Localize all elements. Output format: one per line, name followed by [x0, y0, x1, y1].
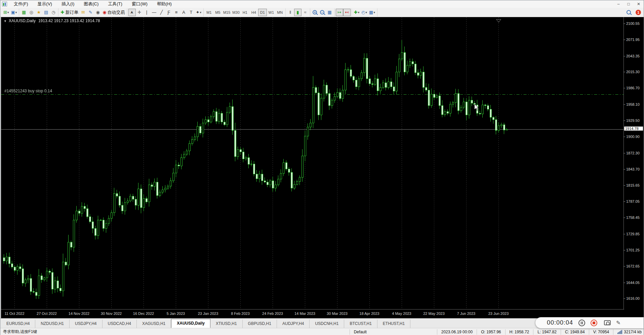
- market-watch-button[interactable]: ▦: [20, 9, 28, 16]
- cursor-tool-button[interactable]: ➤: [128, 9, 136, 16]
- connection-status[interactable]: 3217/4 kb: [613, 329, 644, 335]
- periods-icon: ◴: [361, 10, 365, 15]
- tab-xauusd-daily[interactable]: XAUUSD,Daily: [171, 319, 210, 328]
- tab-btcust-h1[interactable]: BTCUST,H1: [344, 320, 377, 328]
- search-button[interactable]: [625, 9, 632, 16]
- stop-recording-button[interactable]: [591, 320, 597, 326]
- tile-windows-button[interactable]: ▦: [326, 9, 333, 16]
- autotrading-button[interactable]: ◉自动交易: [102, 9, 126, 16]
- zoom-out-button[interactable]: −: [319, 9, 326, 16]
- timeframe-w1[interactable]: W1: [267, 9, 276, 16]
- date-axis-label: 24 Feb 2023: [262, 312, 283, 316]
- timeframe-m1[interactable]: M1: [205, 9, 213, 16]
- fibonacci-button[interactable]: Ƒ: [165, 9, 173, 16]
- timeframe-mn[interactable]: MN: [276, 9, 284, 16]
- menu-f[interactable]: 文件(F): [9, 0, 33, 8]
- new-chart-button[interactable]: ⊞▾: [2, 9, 10, 16]
- price-axis-label: 1958.10: [626, 102, 640, 106]
- screen-recorder-overlay: 00:00:04 ✎: [535, 317, 644, 328]
- timeframe-d1[interactable]: D1: [258, 9, 267, 16]
- new-order-button[interactable]: ✚新订单: [59, 9, 79, 16]
- auto-scroll-icon: ↦: [337, 10, 341, 15]
- template-name[interactable]: Default: [350, 329, 437, 335]
- restore-button[interactable]: □: [623, 1, 634, 8]
- date-axis-label: 23 Jan 2023: [198, 312, 218, 316]
- tab-ethust-h1[interactable]: ETHUST,H1: [377, 320, 410, 328]
- annotate-pencil-icon[interactable]: ✎: [616, 320, 620, 326]
- periods-button[interactable]: ◴▾: [360, 9, 368, 16]
- timeframe-m30[interactable]: M30: [231, 9, 240, 16]
- timeframe-m5[interactable]: M5: [213, 9, 222, 16]
- navigator-button[interactable]: ★: [35, 9, 42, 16]
- timeframe-h4[interactable]: H4: [249, 9, 258, 16]
- channels-button[interactable]: ≡: [173, 9, 180, 16]
- price-axis-label: 1672.65: [626, 264, 640, 268]
- tab-xagusd-h1[interactable]: XAGUSD,H1: [137, 320, 171, 328]
- menu-c[interactable]: 图表(C): [79, 0, 103, 8]
- templates-button[interactable]: ▩▾: [368, 9, 376, 16]
- timeframe-m15[interactable]: M15: [222, 9, 231, 16]
- menu-w[interactable]: 窗口(W): [127, 0, 152, 8]
- menu-t[interactable]: 工具(T): [103, 0, 127, 8]
- date-axis-label: 7 Jun 2023: [457, 312, 475, 316]
- price-axis[interactable]: 1914.78 2100.552071.952043.352015.301986…: [623, 17, 644, 309]
- metaeditor-button[interactable]: ✎: [87, 9, 94, 16]
- horizontal-line-button[interactable]: ―: [151, 9, 158, 16]
- chart-shift-button[interactable]: ↤: [343, 9, 351, 16]
- tab-xtiusd-h1[interactable]: XTIUSD,H1: [210, 320, 243, 328]
- timeframe-h1[interactable]: H1: [241, 9, 249, 16]
- profiles-button[interactable]: ▣▾: [10, 9, 18, 16]
- tab-audjpy-h4[interactable]: AUDJPY,H4: [277, 320, 310, 328]
- options-button[interactable]: ◉: [94, 9, 102, 16]
- label-tool-icon: T: [190, 10, 193, 15]
- options-icon: ◉: [96, 10, 100, 15]
- screenshot-camera-icon[interactable]: [604, 320, 611, 325]
- date-axis-label: 8 Feb 2023: [231, 312, 250, 316]
- window-controls: – □ ✕: [613, 1, 644, 8]
- line-chart-button[interactable]: ≈: [301, 9, 309, 16]
- crosshair-tool-button[interactable]: ✛: [136, 9, 143, 16]
- date-axis-label: 14 Mar 2023: [294, 312, 315, 316]
- auto-scroll-button[interactable]: ↦: [336, 9, 343, 16]
- price-axis-label: 2100.55: [626, 21, 640, 26]
- indicators-button[interactable]: ✚▾: [353, 9, 360, 16]
- shapes-button[interactable]: ✦▾: [195, 9, 202, 16]
- one-click-trading-arrow-icon[interactable]: ▼: [4, 19, 7, 23]
- date-axis-label: 30 Mar 2023: [327, 312, 348, 316]
- tab-usdjpy-h4[interactable]: USDJPY,H4: [70, 320, 102, 328]
- candlestick-chart-button[interactable]: ▮: [294, 9, 301, 16]
- pause-recording-button[interactable]: [578, 320, 585, 326]
- bar-chart-button[interactable]: ‖: [287, 9, 294, 16]
- terminal-button[interactable]: ▤: [42, 9, 50, 16]
- menu-h[interactable]: 帮助(H): [152, 0, 176, 8]
- price-axis-label: 1729.85: [626, 232, 640, 236]
- tab-usdcad-h4[interactable]: USDCAD,H4: [103, 320, 137, 328]
- notification-badge[interactable]: 1: [636, 10, 641, 15]
- fibonacci-icon: Ƒ: [168, 10, 170, 15]
- vertical-line-button[interactable]: ❘: [143, 9, 151, 16]
- history-center-button[interactable]: ✉: [79, 9, 87, 16]
- label-tool-button[interactable]: T: [188, 9, 195, 16]
- minimize-button[interactable]: –: [613, 1, 623, 8]
- menu-i[interactable]: 插入(I): [57, 0, 79, 8]
- date-axis[interactable]: 11 Oct 202227 Oct 202214 Nov 202230 Nov …: [1, 309, 624, 318]
- pending-order-label[interactable]: #145521243 buy stop 0.14: [4, 89, 52, 93]
- text-tool-button[interactable]: A: [180, 9, 188, 16]
- menu-v[interactable]: 显示(V): [33, 0, 57, 8]
- autotrading-icon: ◉: [103, 10, 106, 15]
- toolbar: ⊞▾ ▣▾ ▦ ◎ ★ ▤ ◷ ✚新订单 ✉ ✎ ◉ ◉自动交易 ➤ ✛ ❘ ―…: [0, 8, 644, 17]
- tab-usdcnh-h1[interactable]: USDCNH,H1: [310, 320, 344, 328]
- cursor-icon: ➤: [130, 10, 134, 14]
- tab-nzdusd-h1[interactable]: NZDUSD,H1: [35, 320, 70, 328]
- channels-icon: ≡: [175, 10, 178, 15]
- zoom-in-button[interactable]: +: [311, 9, 319, 16]
- chart-area[interactable]: ▼XAUUSD,Daily1913.42 1917.23 1913.42 191…: [0, 17, 644, 318]
- close-button[interactable]: ✕: [634, 1, 644, 8]
- status-l: L: 1947.82: [533, 329, 561, 335]
- data-window-button[interactable]: ◎: [28, 9, 35, 16]
- tab-gbpusd-h1[interactable]: GBPUSD,H1: [243, 320, 277, 328]
- tab-eurusd-h4[interactable]: EURUSD,H4: [1, 320, 35, 328]
- trendline-button[interactable]: ╱: [158, 9, 165, 16]
- candlestick-chart-canvas[interactable]: [1, 17, 624, 309]
- strategy-tester-button[interactable]: ◷: [50, 9, 57, 16]
